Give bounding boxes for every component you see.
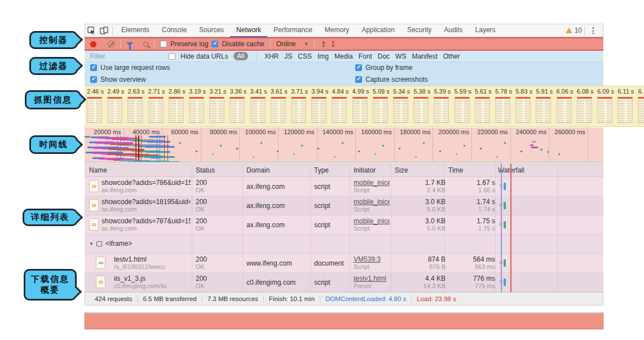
filmstrip-frame[interactable]: 6.08 s <box>577 86 597 123</box>
filter-type-img[interactable]: Img <box>317 52 329 60</box>
search-icon[interactable] <box>143 42 148 47</box>
filmstrip-frame[interactable]: 6.09 s <box>597 86 617 123</box>
filmstrip-thumbnail[interactable] <box>189 97 204 123</box>
filmstrip-thumbnail[interactable] <box>127 97 143 123</box>
filmstrip-thumbnail[interactable] <box>434 97 449 123</box>
filmstrip-frame[interactable]: 6.11 s <box>617 86 638 123</box>
filmstrip-frame[interactable]: 3.71 s <box>291 86 311 123</box>
filmstrip-frame[interactable]: 6. <box>638 86 644 123</box>
record-button[interactable] <box>90 41 96 47</box>
inspect-element-icon[interactable] <box>85 24 98 37</box>
filter-type-manifest[interactable]: Manifest <box>412 52 437 60</box>
tab-application[interactable]: Application <box>355 24 401 37</box>
filmstrip-frame[interactable]: 3.21 s <box>209 86 230 123</box>
request-name[interactable]: iis_v1_3.js <box>114 275 203 282</box>
filmstrip-thumbnail[interactable] <box>271 97 286 123</box>
filmstrip-thumbnail[interactable] <box>557 97 572 123</box>
filmstrip-frame[interactable]: 5.59 s <box>455 86 475 123</box>
initiator-link[interactable]: testv1.html <box>354 275 390 282</box>
filmstrip-thumbnail[interactable] <box>455 97 470 123</box>
tab-security[interactable]: Security <box>401 24 438 37</box>
column-header-initiator[interactable]: Initiator <box>354 166 376 174</box>
table-row[interactable]: ▼<iframe> <box>85 235 603 254</box>
device-toolbar-icon[interactable] <box>98 24 110 37</box>
tab-audits[interactable]: Audits <box>438 24 469 37</box>
filter-input[interactable]: Filter <box>90 52 164 60</box>
filmstrip-thumbnail[interactable] <box>332 97 347 123</box>
filmstrip-frame[interactable]: 3.19 s <box>189 86 209 123</box>
tab-sources[interactable]: Sources <box>193 24 230 37</box>
filter-type-doc[interactable]: Doc <box>378 52 390 60</box>
column-header-size[interactable]: Size <box>395 166 408 174</box>
tab-memory[interactable]: Memory <box>319 24 355 37</box>
column-header-time[interactable]: Time <box>448 166 463 174</box>
initiator-link[interactable]: mobile_inice... <box>354 179 390 187</box>
filmstrip-frame[interactable]: 5.83 s <box>515 86 536 123</box>
filmstrip-thumbnail[interactable] <box>393 97 408 123</box>
filmstrip-thumbnail[interactable] <box>373 97 388 123</box>
hide-data-urls-checkbox[interactable] <box>169 53 175 60</box>
filmstrip-frame[interactable]: 3.36 s <box>230 86 250 123</box>
table-row[interactable]: <>testv1.html/a_if/190312/weicc200OKwww.… <box>85 254 603 273</box>
filmstrip-thumbnail[interactable] <box>597 97 612 123</box>
filmstrip-frame[interactable]: 2.49 s <box>107 86 127 123</box>
filmstrip-frame[interactable]: 2.46 s <box>87 86 107 123</box>
filter-funnel-icon[interactable] <box>126 42 133 46</box>
request-name[interactable]: testv1.html <box>114 255 203 263</box>
filmstrip-thumbnail[interactable] <box>617 97 633 123</box>
filmstrip-frame[interactable]: 5.34 s <box>393 86 413 123</box>
column-header-name[interactable]: Name <box>89 166 107 174</box>
group-by-frame-checkbox[interactable] <box>355 64 362 71</box>
filmstrip-thumbnail[interactable] <box>475 97 490 123</box>
capture-screenshots-checkbox[interactable] <box>355 76 362 83</box>
filter-type-media[interactable]: Media <box>334 52 353 60</box>
filmstrip-thumbnail[interactable] <box>495 97 510 123</box>
initiator-link[interactable]: mobile_inice... <box>354 198 390 206</box>
tab-performance[interactable]: Performance <box>267 24 319 37</box>
table-row[interactable]: JSshowcode?adids=787&uid=1565...ax.ifeng… <box>85 215 603 235</box>
filmstrip-thumbnail[interactable] <box>515 97 531 123</box>
filmstrip-thumbnail[interactable] <box>291 97 306 123</box>
filmstrip-frame[interactable]: 4.99 s <box>352 86 373 123</box>
show-overview-checkbox[interactable] <box>90 76 97 83</box>
filmstrip-thumbnail[interactable] <box>352 97 368 123</box>
request-name[interactable]: showcode?adids=786&uid=1565... <box>102 179 191 187</box>
filter-type-font[interactable]: Font <box>359 52 372 60</box>
filmstrip-thumbnail[interactable] <box>536 97 551 123</box>
filmstrip-frame[interactable]: 6.06 s <box>557 86 577 123</box>
throttling-dropdown[interactable]: Online ▼ <box>276 40 309 48</box>
preserve-log-checkbox[interactable] <box>160 41 167 47</box>
filmstrip-thumbnail[interactable] <box>230 97 245 123</box>
export-har-icon[interactable]: ↧ <box>330 40 336 48</box>
filmstrip-frame[interactable]: 5.91 s <box>536 86 556 123</box>
filmstrip-thumbnail[interactable] <box>107 97 122 123</box>
filmstrip-thumbnail[interactable] <box>209 97 224 123</box>
filmstrip-thumbnail[interactable] <box>311 97 327 123</box>
filmstrip-thumbnail[interactable] <box>413 97 429 123</box>
filmstrip-frame[interactable]: 2.86 s <box>169 86 189 123</box>
filmstrip-frame[interactable]: 4.84 s <box>332 86 352 123</box>
column-header-domain[interactable]: Domain <box>246 166 270 174</box>
filter-type-xhr[interactable]: XHR <box>264 52 279 60</box>
more-menu-icon[interactable]: ⋮ <box>587 26 599 35</box>
disclosure-triangle-icon[interactable]: ▼ <box>89 241 94 246</box>
table-row[interactable]: JSshowcode?adids=18195&uid=15...ax.ifeng… <box>85 196 603 215</box>
table-row[interactable]: JSiis_v1_3.jsc0.ifengimg.com/iis200OKc0.… <box>85 273 603 292</box>
timeline-overview[interactable]: 20000 ms40000 ms60000 ms80000 ms100000 m… <box>85 127 603 163</box>
warning-badge[interactable]: 10 <box>566 27 582 34</box>
filmstrip-frame[interactable]: 3.41 s <box>250 86 271 123</box>
filter-type-js[interactable]: JS <box>284 52 292 60</box>
import-har-icon[interactable]: ↥ <box>320 40 327 48</box>
filmstrip-thumbnail[interactable] <box>87 97 102 123</box>
initiator-link[interactable]: mobile_inice... <box>354 217 390 225</box>
column-header-type[interactable]: Type <box>314 166 329 174</box>
column-header-status[interactable]: Status <box>196 166 215 174</box>
request-name[interactable]: showcode?adids=787&uid=1565... <box>102 217 191 225</box>
request-name[interactable]: showcode?adids=18195&uid=15... <box>102 198 191 206</box>
disable-cache-checkbox[interactable] <box>211 41 218 47</box>
filmstrip-frame[interactable]: 5.38 s <box>413 86 434 123</box>
filmstrip-thumbnail[interactable] <box>169 97 184 123</box>
filter-type-other[interactable]: Other <box>443 52 460 60</box>
filmstrip-frame[interactable]: 3.94 s <box>311 86 332 123</box>
use-large-request-rows-checkbox[interactable] <box>90 64 97 71</box>
